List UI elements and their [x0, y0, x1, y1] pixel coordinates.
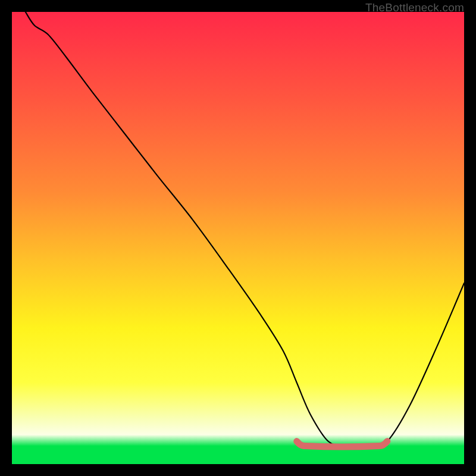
- gradient-background: [12, 12, 464, 464]
- bottleneck-chart: [12, 12, 464, 464]
- chart-frame: TheBottleneck.com: [0, 0, 476, 476]
- watermark-text: TheBottleneck.com: [365, 1, 464, 14]
